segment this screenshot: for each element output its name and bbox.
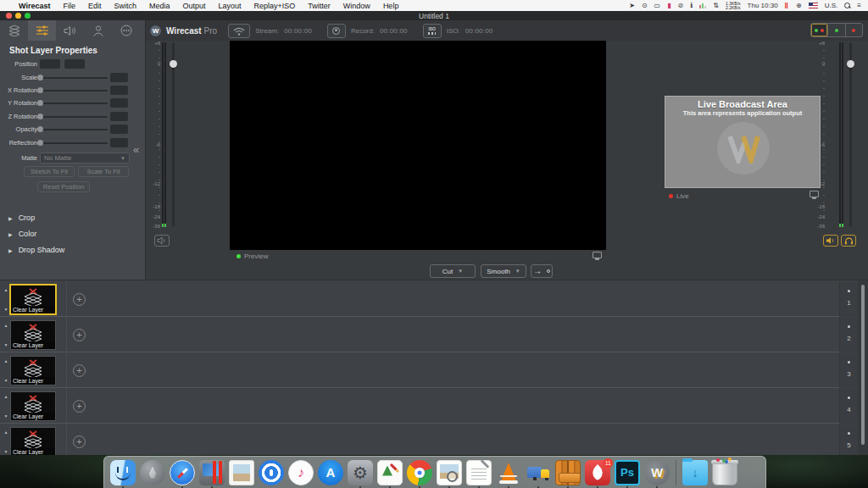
scale-slider-knob[interactable] <box>37 75 43 80</box>
position-y-field[interactable] <box>64 59 85 69</box>
dock-item-chrome[interactable] <box>406 458 433 488</box>
matte-select[interactable]: No Matte ▼ <box>40 152 130 164</box>
scale-to-fit-button[interactable]: Scale To Fit <box>78 166 129 177</box>
downloads-icon[interactable]: ↓ <box>682 460 708 485</box>
move-layer-down-icon[interactable]: ▼ <box>4 450 8 454</box>
record-button[interactable] <box>327 24 346 38</box>
graphics-icon[interactable] <box>377 460 403 485</box>
drop-shadow-section-header[interactable]: ▶ Drop Shadow <box>8 246 64 254</box>
preview-fullscreen-icon[interactable] <box>593 252 602 258</box>
position-x-field[interactable] <box>40 59 60 69</box>
dock-item-graphics[interactable] <box>376 458 403 488</box>
move-layer-up-icon[interactable]: ▲ <box>4 430 8 435</box>
z-rotation-slider-knob[interactable] <box>37 114 43 119</box>
scale-slider[interactable] <box>40 77 108 79</box>
truck-icon[interactable] <box>526 460 551 485</box>
menu-item-media[interactable]: Media <box>149 2 170 10</box>
reflection-value-field[interactable] <box>110 138 128 147</box>
move-layer-up-icon[interactable]: ▲ <box>4 324 8 328</box>
finder-icon[interactable] <box>110 460 136 485</box>
opacity-value-field[interactable] <box>110 125 128 134</box>
clear-layer-shot[interactable]: Clear Layer <box>10 356 56 385</box>
dock-item-textedit[interactable] <box>465 458 492 488</box>
live-headphones-button[interactable] <box>841 235 856 247</box>
move-icon[interactable]: ⊕ <box>796 2 802 9</box>
window-title-bar[interactable]: Untitled 1 <box>0 11 868 20</box>
move-layer-down-icon[interactable]: ▼ <box>4 379 8 383</box>
dock-item-wirecast[interactable]: W <box>643 458 670 488</box>
dock-item-launchpad[interactable] <box>139 458 166 488</box>
move-layer-down-icon[interactable]: ▼ <box>4 414 8 419</box>
menu-item-layout[interactable]: Layout <box>219 2 242 10</box>
dock-item-sysprefs[interactable]: ⚙ <box>347 458 374 488</box>
collapse-panel-button[interactable]: « <box>133 143 139 156</box>
dock-item-vlc[interactable] <box>495 458 522 488</box>
preview-icon[interactable] <box>437 460 462 485</box>
appstore-icon[interactable]: A <box>318 460 343 485</box>
dock-item-1password[interactable] <box>258 458 285 488</box>
dock-item-parallels[interactable] <box>198 458 225 488</box>
shots-scrollbar[interactable] <box>861 285 865 445</box>
add-shot-button[interactable]: + <box>73 293 86 306</box>
display-icon[interactable]: ▭ <box>654 2 661 9</box>
textedit-icon[interactable] <box>466 460 492 485</box>
menu-item-twitter[interactable]: Twitter <box>308 2 331 10</box>
menu-item-output[interactable]: Output <box>183 2 206 10</box>
y-rotation-value-field[interactable] <box>110 98 128 108</box>
info-icon[interactable]: ℹ <box>690 2 693 9</box>
z-rotation-slider[interactable] <box>40 116 108 118</box>
dock-item-preview[interactable] <box>436 458 463 488</box>
color-section-header[interactable]: ▶ Color <box>8 230 36 238</box>
opacity-slider[interactable] <box>40 129 108 130</box>
live-volume-slider[interactable] <box>849 42 852 227</box>
dock-item-leaf[interactable]: 11 <box>584 458 611 488</box>
layout-live-button[interactable] <box>846 24 862 36</box>
wirecast-icon[interactable]: W <box>644 460 670 485</box>
screen-recording-icon[interactable]: ▮ <box>667 2 670 9</box>
input-source-label[interactable]: U.S. <box>825 2 838 9</box>
live-speaker-button[interactable] <box>823 235 838 247</box>
dock-item-downloads[interactable]: ↓ <box>682 458 709 488</box>
clear-layer-shot[interactable]: Clear Layer <box>10 427 56 455</box>
pause-indicator-icon[interactable]: ‖ <box>785 2 789 10</box>
layout-both-button[interactable] <box>811 24 828 36</box>
transition-cut-button[interactable]: Cut ▼ <box>430 264 476 278</box>
lock-icon[interactable]: ⊙ <box>642 2 648 9</box>
menu-item-replay+iso[interactable]: Replay+ISO <box>254 2 296 10</box>
live-volume-knob[interactable] <box>847 60 854 68</box>
sync-icon[interactable]: ⇅ <box>713 2 719 9</box>
layout-preview-button[interactable] <box>828 24 845 36</box>
preview-volume-slider[interactable] <box>172 42 175 227</box>
add-shot-button[interactable]: + <box>73 329 86 341</box>
reset-position-button[interactable]: Reset Position <box>37 181 90 192</box>
menu-item-help[interactable]: Help <box>383 2 399 10</box>
tab-audio[interactable] <box>56 20 84 41</box>
tab-chroma-key[interactable] <box>84 20 112 41</box>
menu-item-wirecast[interactable]: Wirecast <box>19 2 50 10</box>
go-transition-button[interactable]: → <box>531 264 553 278</box>
dock-item-finder[interactable] <box>109 458 136 488</box>
y-rotation-slider-knob[interactable] <box>37 100 43 106</box>
x-rotation-value-field[interactable] <box>110 86 128 95</box>
opacity-slider-knob[interactable] <box>37 126 43 132</box>
menu-item-window[interactable]: Window <box>343 2 370 10</box>
add-shot-button[interactable]: + <box>73 400 86 413</box>
z-rotation-value-field[interactable] <box>110 112 128 121</box>
safari-icon[interactable] <box>170 460 195 485</box>
move-layer-up-icon[interactable]: ▲ <box>4 395 8 399</box>
spotlight-search-icon[interactable] <box>844 3 850 8</box>
transition-smooth-button[interactable]: Smooth ▼ <box>481 264 526 278</box>
add-shot-button[interactable]: + <box>73 435 86 448</box>
preview-mute-button[interactable] <box>154 235 170 247</box>
move-layer-up-icon[interactable]: ▲ <box>4 288 8 292</box>
move-layer-down-icon[interactable]: ▼ <box>4 308 8 312</box>
dock-item-archive[interactable] <box>554 458 581 488</box>
dock-item-trash[interactable] <box>711 458 738 488</box>
add-shot-button[interactable]: + <box>73 364 86 377</box>
stream-button[interactable] <box>228 24 250 38</box>
menu-item-file[interactable]: File <box>63 2 75 10</box>
tab-shot-layer-properties[interactable] <box>28 20 56 41</box>
trash-icon[interactable] <box>712 460 737 485</box>
chrome-icon[interactable] <box>407 460 432 485</box>
tab-shot-layers[interactable] <box>0 20 28 41</box>
